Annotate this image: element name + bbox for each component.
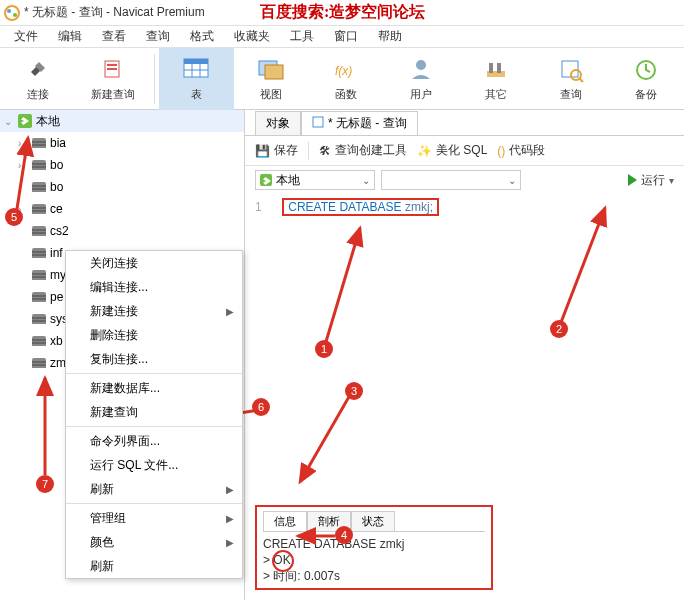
other-button[interactable]: 其它 bbox=[459, 48, 534, 110]
save-button[interactable]: 💾保存 bbox=[255, 142, 298, 159]
ctx-copy-connection[interactable]: 复制连接... bbox=[66, 347, 242, 371]
beautify-sql-button[interactable]: ✨美化 SQL bbox=[417, 142, 487, 159]
menu-edit[interactable]: 编辑 bbox=[48, 28, 92, 45]
ctx-delete-connection[interactable]: 删除连接 bbox=[66, 323, 242, 347]
watermark-text: 百度搜索:造梦空间论坛 bbox=[260, 2, 425, 23]
ctx-refresh-sub[interactable]: 刷新▶ bbox=[66, 477, 242, 501]
svg-rect-18 bbox=[562, 61, 578, 77]
plug-icon bbox=[24, 55, 52, 83]
annotation-arrow-2 bbox=[550, 200, 620, 330]
connect-button[interactable]: 连接 bbox=[0, 48, 75, 110]
ctx-manage-group[interactable]: 管理组▶ bbox=[66, 506, 242, 530]
menu-window[interactable]: 窗口 bbox=[324, 28, 368, 45]
annotation-badge-6: 6 bbox=[252, 398, 270, 416]
submenu-arrow-icon: ▶ bbox=[226, 537, 234, 548]
svg-rect-5 bbox=[107, 68, 117, 70]
new-query-button[interactable]: 新建查询 bbox=[75, 48, 150, 110]
query-builder-button[interactable]: 🛠查询创建工具 bbox=[319, 142, 407, 159]
svg-rect-7 bbox=[184, 59, 208, 64]
ctx-close-connection[interactable]: 关闭连接 bbox=[66, 251, 242, 275]
ctx-edit-connection[interactable]: 编辑连接... bbox=[66, 275, 242, 299]
separator bbox=[66, 373, 242, 374]
database-icon bbox=[32, 292, 46, 302]
ctx-color[interactable]: 颜色▶ bbox=[66, 530, 242, 554]
user-button[interactable]: 用户 bbox=[384, 48, 459, 110]
connection-icon bbox=[260, 174, 272, 186]
run-button[interactable]: 运行▾ bbox=[628, 172, 674, 189]
separator bbox=[66, 503, 242, 504]
menu-view[interactable]: 查看 bbox=[92, 28, 136, 45]
svg-text:f(x): f(x) bbox=[335, 64, 352, 78]
tree-root[interactable]: ⌄本地 bbox=[0, 110, 244, 132]
menu-help[interactable]: 帮助 bbox=[368, 28, 412, 45]
play-icon bbox=[628, 174, 637, 186]
table-icon bbox=[182, 55, 210, 83]
svg-rect-17 bbox=[497, 63, 501, 73]
function-button[interactable]: f(x)函数 bbox=[309, 48, 384, 110]
database-icon bbox=[32, 270, 46, 280]
ctx-refresh[interactable]: 刷新 bbox=[66, 554, 242, 578]
database-icon bbox=[32, 226, 46, 236]
table-button[interactable]: 表 bbox=[159, 48, 234, 110]
annotation-badge-4: 4 bbox=[335, 526, 353, 544]
query-toolbar: 💾保存 🛠查询创建工具 ✨美化 SQL ()代码段 bbox=[245, 136, 684, 166]
ctx-new-connection[interactable]: 新建连接▶ bbox=[66, 299, 242, 323]
submenu-arrow-icon: ▶ bbox=[226, 306, 234, 317]
submenu-arrow-icon: ▶ bbox=[226, 484, 234, 495]
svg-line-25 bbox=[300, 395, 350, 482]
annotation-badge-7: 7 bbox=[36, 475, 54, 493]
ctx-new-database[interactable]: 新建数据库... bbox=[66, 376, 242, 400]
svg-rect-4 bbox=[107, 64, 117, 66]
annotation-arrow-7 bbox=[30, 370, 60, 480]
svg-point-14 bbox=[416, 60, 426, 70]
database-dropdown[interactable]: ⌄ bbox=[381, 170, 521, 190]
svg-point-0 bbox=[5, 6, 19, 20]
database-icon bbox=[32, 358, 46, 368]
tab-objects[interactable]: 对象 bbox=[255, 111, 301, 135]
chevron-down-icon: ⌄ bbox=[362, 175, 370, 186]
connection-dropdown[interactable]: 本地⌄ bbox=[255, 170, 375, 190]
ctx-new-query[interactable]: 新建查询 bbox=[66, 400, 242, 424]
connection-icon bbox=[18, 114, 32, 128]
annotation-arrow-5 bbox=[8, 130, 38, 220]
new-query-icon bbox=[99, 55, 127, 83]
ctx-cli[interactable]: 命令列界面... bbox=[66, 429, 242, 453]
annotation-badge-5: 5 bbox=[5, 208, 23, 226]
wand-icon: ✨ bbox=[417, 144, 432, 158]
menu-favorites[interactable]: 收藏夹 bbox=[224, 28, 280, 45]
menu-file[interactable]: 文件 bbox=[4, 28, 48, 45]
view-button[interactable]: 视图 bbox=[234, 48, 309, 110]
database-icon bbox=[32, 336, 46, 346]
query-tab-icon bbox=[312, 116, 324, 131]
annotation-arrow-4 bbox=[290, 526, 340, 546]
builder-icon: 🛠 bbox=[319, 144, 331, 158]
snippet-button[interactable]: ()代码段 bbox=[497, 142, 545, 159]
query-button[interactable]: 查询 bbox=[534, 48, 609, 110]
svg-line-23 bbox=[325, 228, 360, 345]
annotation-badge-1: 1 bbox=[315, 340, 333, 358]
menu-format[interactable]: 格式 bbox=[180, 28, 224, 45]
ctx-run-sql-file[interactable]: 运行 SQL 文件... bbox=[66, 453, 242, 477]
svg-line-20 bbox=[579, 78, 583, 82]
sql-statement: CREATE DATABASE zmkj; bbox=[282, 198, 439, 216]
collapse-icon[interactable]: ⌄ bbox=[4, 116, 14, 127]
menu-tools[interactable]: 工具 bbox=[280, 28, 324, 45]
window-title: * 无标题 - 查询 - Navicat Premium bbox=[24, 4, 205, 21]
result-panel: 信息 剖析 状态 CREATE DATABASE zmkj > OK > 时间:… bbox=[255, 505, 493, 590]
menu-query[interactable]: 查询 bbox=[136, 28, 180, 45]
svg-point-1 bbox=[7, 9, 11, 13]
backup-button[interactable]: 备份 bbox=[609, 48, 684, 110]
separator bbox=[66, 426, 242, 427]
result-tab-status[interactable]: 状态 bbox=[351, 511, 395, 531]
svg-line-27 bbox=[16, 138, 28, 215]
save-icon: 💾 bbox=[255, 144, 270, 158]
tab-query[interactable]: * 无标题 - 查询 bbox=[301, 111, 418, 135]
connection-selector-row: 本地⌄ ⌄ 运行▾ bbox=[245, 166, 684, 194]
annotation-badge-2: 2 bbox=[550, 320, 568, 338]
user-icon bbox=[407, 55, 435, 83]
menu-bar: 文件 编辑 查看 查询 格式 收藏夹 工具 窗口 帮助 bbox=[0, 26, 684, 48]
tree-item[interactable]: cs2 bbox=[0, 220, 244, 242]
annotation-circle-ok bbox=[272, 550, 294, 572]
svg-rect-22 bbox=[313, 117, 323, 127]
content-tabs: 对象 * 无标题 - 查询 bbox=[245, 110, 684, 136]
